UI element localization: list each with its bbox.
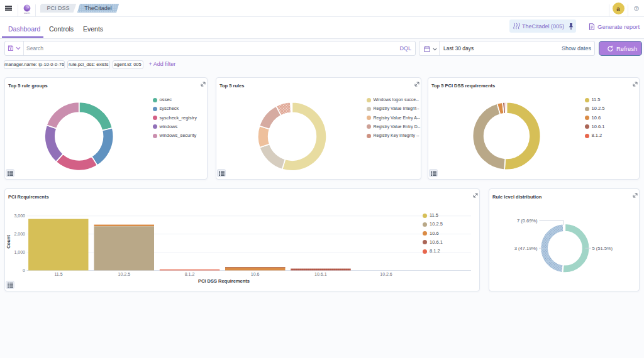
- svg-text:10.6.1: 10.6.1: [314, 272, 327, 276]
- svg-text:2,000: 2,000: [14, 232, 25, 236]
- svg-text:8.1.2: 8.1.2: [185, 272, 195, 276]
- svg-text:5 (51.5%): 5 (51.5%): [592, 246, 613, 251]
- svg-text:11.5: 11.5: [54, 272, 62, 276]
- svg-text:7 (0.69%): 7 (0.69%): [517, 218, 538, 224]
- svg-text:1,000: 1,000: [14, 250, 25, 254]
- svg-text:Count: Count: [6, 235, 11, 249]
- svg-text:3,000: 3,000: [14, 214, 25, 218]
- svg-text:0: 0: [23, 268, 25, 273]
- svg-text:10.2.5: 10.2.5: [118, 272, 131, 276]
- svg-text:3 (47.19%): 3 (47.19%): [514, 246, 538, 251]
- svg-text:10.6: 10.6: [251, 272, 260, 276]
- svg-text:10.2.6: 10.2.6: [380, 272, 392, 276]
- svg-text:PCI DSS Requirements: PCI DSS Requirements: [198, 278, 250, 284]
- svg-text:wazuh.: wazuh.: [23, 12, 30, 14]
